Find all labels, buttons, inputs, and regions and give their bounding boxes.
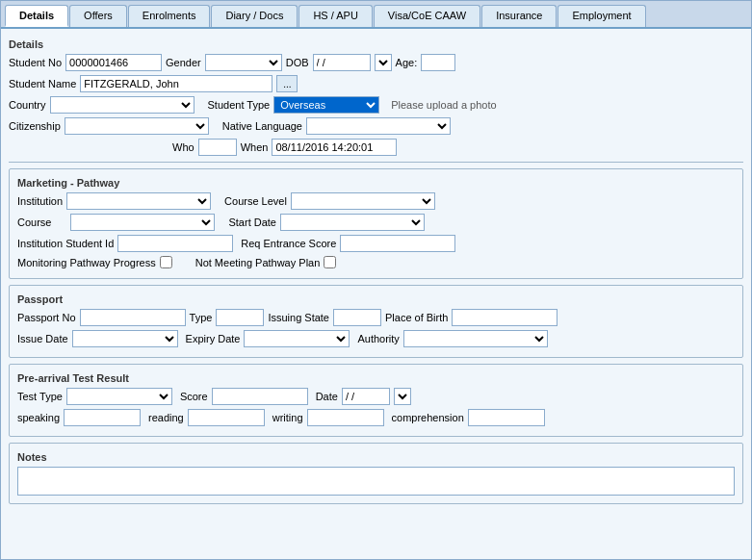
place-of-birth-label: Place of Birth <box>385 312 448 323</box>
country-select[interactable] <box>50 96 194 114</box>
citizenship-select[interactable] <box>65 117 209 135</box>
skills-row: speaking reading writing comprehension <box>17 409 735 426</box>
student-name-row: Student Name ... <box>9 75 743 92</box>
content-area: Details Student No Gender DOB Age: Stude… <box>1 29 751 559</box>
issue-date-label: Issue Date <box>17 333 68 344</box>
tab-hs-apu[interactable]: HS / APU <box>298 5 372 27</box>
course-label: Course <box>17 216 51 228</box>
student-no-input[interactable] <box>65 54 162 71</box>
tab-enrolments[interactable]: Enrolments <box>128 5 211 27</box>
institution-select[interactable] <box>66 192 211 210</box>
reading-label: reading <box>148 412 184 423</box>
authority-label: Authority <box>357 333 399 344</box>
native-language-label: Native Language <box>222 120 302 132</box>
authority-select[interactable] <box>403 330 548 347</box>
issue-date-select[interactable] <box>72 330 178 347</box>
test-type-label: Test Type <box>17 391 63 402</box>
test-type-row: Test Type Score Date <box>17 388 735 405</box>
student-name-input[interactable] <box>80 75 272 92</box>
comprehension-input[interactable] <box>468 409 545 426</box>
tab-visa-coe[interactable]: Visa/CoE CAAW <box>374 5 480 27</box>
score-label: Score <box>180 391 208 402</box>
student-no-row: Student No Gender DOB Age: <box>9 54 743 71</box>
gender-label: Gender <box>166 57 201 68</box>
tab-diary-docs[interactable]: Diary / Docs <box>211 5 298 27</box>
dob-label: DOB <box>286 57 309 68</box>
passport-section: Passport Passport No Type Issuing State … <box>9 285 743 358</box>
student-name-dots-button[interactable]: ... <box>276 75 298 92</box>
details-section-header: Details <box>9 38 743 50</box>
score-input[interactable] <box>212 388 308 405</box>
age-input[interactable] <box>421 54 455 71</box>
age-label: Age: <box>396 57 418 68</box>
date-label: Date <box>316 391 338 402</box>
reading-input[interactable] <box>188 409 265 426</box>
photo-placeholder-text: Please upload a photo <box>391 99 496 111</box>
course-level-label: Course Level <box>224 195 287 207</box>
passport-no-label: Passport No <box>17 312 76 323</box>
gender-select[interactable] <box>205 54 282 71</box>
passport-no-row: Passport No Type Issuing State Place of … <box>17 309 735 326</box>
institution-student-id-label: Institution Student Id <box>17 238 114 249</box>
tab-insurance[interactable]: Insurance <box>481 5 557 27</box>
student-type-select[interactable]: Overseas <box>273 96 379 114</box>
institution-label: Institution <box>17 195 63 207</box>
issuing-state-input[interactable] <box>333 309 381 326</box>
institution-row: Institution Course Level <box>17 192 735 210</box>
institution-student-id-input[interactable] <box>117 235 233 252</box>
country-label: Country <box>9 99 46 111</box>
tab-offers[interactable]: Offers <box>69 5 127 27</box>
speaking-input[interactable] <box>64 409 141 426</box>
date-dropdown[interactable] <box>394 388 411 405</box>
req-entrance-score-label: Req Entrance Score <box>241 238 336 249</box>
marketing-section-header: Marketing - Pathway <box>17 177 735 189</box>
comprehension-label: comprehension <box>392 412 464 423</box>
notes-section-header: Notes <box>17 451 735 463</box>
dob-input[interactable] <box>313 54 371 71</box>
start-date-select[interactable] <box>280 214 425 231</box>
student-type-label: Student Type <box>208 99 271 111</box>
dob-dropdown[interactable] <box>375 54 392 71</box>
pre-arrival-section-header: Pre-arrival Test Result <box>17 372 735 384</box>
when-input[interactable] <box>272 139 397 156</box>
course-row: Course Start Date <box>17 214 735 231</box>
issuing-state-label: Issuing State <box>268 312 329 323</box>
tab-employment[interactable]: Employment <box>558 5 645 27</box>
monitoring-label: Monitoring Pathway Progress <box>17 257 156 268</box>
speaking-label: speaking <box>17 412 60 423</box>
when-label: When <box>241 141 269 153</box>
expiry-date-label: Expiry Date <box>186 333 241 344</box>
start-date-label: Start Date <box>228 216 276 228</box>
not-meeting-label: Not Meeting Pathway Plan <box>195 257 321 268</box>
expiry-date-select[interactable] <box>244 330 350 347</box>
tab-details[interactable]: Details <box>5 5 68 27</box>
main-window: Details Offers Enrolments Diary / Docs H… <box>0 0 752 560</box>
test-type-select[interactable] <box>66 388 172 405</box>
pre-arrival-section: Pre-arrival Test Result Test Type Score … <box>9 364 743 437</box>
citizenship-row: Citizenship Native Language <box>9 117 743 135</box>
citizenship-label: Citizenship <box>9 120 61 132</box>
passport-no-input[interactable] <box>80 309 186 326</box>
course-level-select[interactable] <box>291 192 435 210</box>
monitoring-row: Monitoring Pathway Progress Not Meeting … <box>17 256 735 268</box>
who-when-row: Who When <box>9 139 743 156</box>
req-entrance-score-input[interactable] <box>340 235 455 252</box>
course-select[interactable] <box>70 214 215 231</box>
student-no-label: Student No <box>9 57 62 68</box>
native-language-select[interactable] <box>306 117 451 135</box>
issue-date-row: Issue Date Expiry Date Authority <box>17 330 735 347</box>
not-meeting-checkbox[interactable] <box>324 256 336 268</box>
place-of-birth-input[interactable] <box>452 309 558 326</box>
writing-label: writing <box>272 412 303 423</box>
passport-type-input[interactable] <box>216 309 264 326</box>
writing-input[interactable] <box>307 409 384 426</box>
marketing-section: Marketing - Pathway Institution Course L… <box>9 168 743 279</box>
country-row: Country Student Type Overseas Please upl… <box>9 96 743 114</box>
notes-textarea[interactable] <box>17 467 735 496</box>
who-input[interactable] <box>198 139 237 156</box>
date-input[interactable] <box>342 388 390 405</box>
institution-id-row: Institution Student Id Req Entrance Scor… <box>17 235 735 252</box>
notes-section: Notes <box>9 443 743 504</box>
student-name-label: Student Name <box>9 78 76 89</box>
monitoring-checkbox[interactable] <box>160 256 172 268</box>
